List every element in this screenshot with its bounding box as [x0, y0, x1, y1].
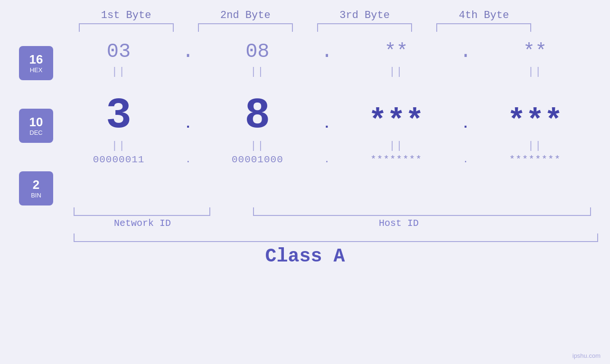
bracket-3: [317, 23, 412, 32]
host-id-label: Host ID: [304, 218, 494, 229]
dec-value-4: ***: [507, 106, 563, 137]
eq1-2: ||: [205, 66, 310, 78]
watermark: ipshu.com: [572, 352, 601, 359]
hex-badge-num: 16: [29, 53, 43, 66]
bin-cell-2: 00001000: [205, 154, 310, 165]
dec-cell-1: 3: [66, 80, 171, 137]
equals-row-2: || || || ||: [63, 137, 591, 154]
dec-badge: 10 DEC: [19, 109, 53, 143]
bin-dot-1: .: [178, 154, 197, 165]
dec-dot-1: .: [178, 80, 197, 137]
eq1-1: ||: [66, 66, 171, 78]
hex-value-3: **: [384, 40, 408, 63]
class-bracket: [74, 233, 598, 242]
hex-value-1: 03: [107, 40, 131, 63]
bin-dot-3: .: [456, 154, 475, 165]
hex-row: 03 . 08 . ** . **: [63, 40, 591, 63]
bin-badge: 2 BIN: [19, 171, 53, 205]
byte-label-2: 2nd Byte: [193, 9, 298, 21]
bin-badge-label: BIN: [31, 192, 41, 199]
dec-value-3: ***: [368, 106, 424, 137]
bin-value-1: 00000011: [93, 154, 145, 165]
bracket-2: [198, 23, 293, 32]
eq2-1: ||: [66, 140, 171, 152]
grid-area: 03 . 08 . ** . **: [63, 37, 591, 165]
bin-value-4: ********: [509, 154, 561, 165]
hex-value-2: 08: [245, 40, 269, 63]
eq2-4: ||: [483, 140, 587, 152]
header-row: 1st Byte 2nd Byte 3rd Byte 4th Byte: [0, 9, 610, 21]
dec-badge-label: DEC: [29, 129, 42, 136]
bin-value-2: 00001000: [232, 154, 283, 165]
bin-row: 00000011 . 00001000 . ******** .: [63, 154, 591, 165]
bin-cell-4: ********: [483, 154, 587, 165]
dec-dot-2: .: [317, 80, 336, 137]
network-bracket: [74, 207, 210, 216]
content-area: 16 HEX 10 DEC 2 BIN 03 .: [0, 37, 610, 205]
bin-dot-2: .: [317, 154, 336, 165]
eq1-4: ||: [483, 66, 587, 78]
top-brackets-row: [0, 23, 610, 32]
dec-value-2: 8: [244, 94, 270, 137]
hex-dot-2: .: [317, 40, 336, 63]
hex-value-4: **: [523, 40, 547, 63]
bracket-4: [436, 23, 531, 32]
class-label-row: Class A: [19, 246, 591, 267]
eq2-2: ||: [205, 140, 310, 152]
hex-cell-2: 08: [205, 40, 310, 63]
eq2-3: ||: [344, 140, 449, 152]
byte-label-4: 4th Byte: [432, 9, 536, 21]
dec-badge-num: 10: [29, 115, 43, 129]
hex-badge: 16 HEX: [19, 46, 53, 80]
byte-label-1: 1st Byte: [74, 9, 178, 21]
hex-cell-1: 03: [66, 40, 171, 63]
bracket-1: [79, 23, 174, 32]
network-id-label: Network ID: [95, 218, 190, 229]
class-label: Class A: [265, 246, 345, 267]
hex-cell-3: **: [344, 40, 449, 63]
dec-row: 3 . 8 . *** . ***: [63, 80, 591, 137]
labels-row: Network ID Host ID: [0, 218, 610, 229]
class-area: Class A: [0, 233, 610, 267]
hex-cell-4: **: [483, 40, 587, 63]
byte-label-3: 3rd Byte: [312, 9, 417, 21]
host-bracket: [253, 207, 591, 216]
dec-dot-3: .: [456, 80, 475, 137]
dec-value-1: 3: [106, 94, 131, 137]
badges-column: 16 HEX 10 DEC 2 BIN: [19, 46, 53, 205]
bottom-brackets-row: [0, 207, 610, 216]
eq1-3: ||: [344, 66, 449, 78]
bin-badge-num: 2: [33, 178, 39, 192]
bin-value-3: ********: [370, 154, 422, 165]
dec-cell-3: ***: [344, 80, 449, 137]
bin-cell-3: ********: [344, 154, 449, 165]
hex-badge-label: HEX: [30, 66, 43, 74]
equals-row-1: || || || ||: [63, 63, 591, 80]
dec-cell-4: ***: [483, 80, 587, 137]
dec-cell-2: 8: [205, 80, 310, 137]
bin-cell-1: 00000011: [66, 154, 171, 165]
hex-dot-3: .: [456, 40, 475, 63]
hex-dot-1: .: [178, 40, 197, 63]
main-container: 1st Byte 2nd Byte 3rd Byte 4th Byte 16 H…: [0, 0, 610, 364]
